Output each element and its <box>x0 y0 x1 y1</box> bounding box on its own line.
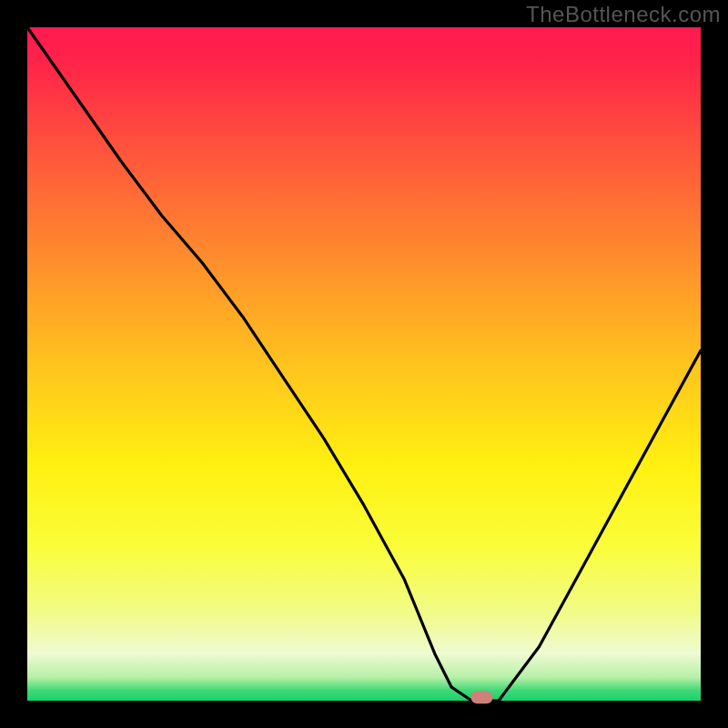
watermark-text: TheBottleneck.com <box>526 2 721 27</box>
chart-stage: TheBottleneck.com <box>0 0 728 728</box>
plot-background <box>27 27 701 701</box>
optimal-marker <box>471 691 493 703</box>
bottleneck-plot <box>0 0 728 728</box>
